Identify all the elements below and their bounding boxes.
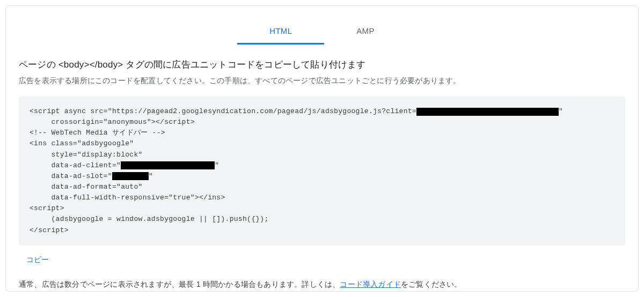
code-text: " [215, 160, 219, 171]
code-text: <!-- WebTech Media サイドバー --> [30, 128, 165, 138]
code-text: </script> [30, 225, 69, 236]
code-text: " [559, 106, 563, 117]
code-text: " [149, 171, 153, 182]
code-text: data-ad-client=" [30, 160, 121, 171]
redacted-ad-slot [112, 172, 149, 180]
footer-note: 通常、広告は数分でページに表示されますが、最長 1 時間かかる場合もあります。詳… [19, 280, 625, 289]
copy-button[interactable]: コピー [19, 255, 49, 265]
footer-suffix: をご覧ください。 [401, 280, 462, 288]
code-snippet[interactable]: <script async src="https://pagead2.googl… [19, 96, 625, 246]
code-guide-link[interactable]: コード導入ガイド [340, 280, 401, 288]
code-text: (adsbygoogle = window.adsbygoogle || [])… [30, 214, 269, 225]
footer-prefix: 通常、広告は数分でページに表示されますが、最長 1 時間かかる場合もあります。詳… [19, 280, 340, 288]
format-tabs: HTML AMP [19, 6, 625, 44]
ad-code-card: HTML AMP ページの <body></body> タグの間に広告ユニットコ… [5, 5, 639, 292]
code-text: data-ad-slot=" [30, 171, 112, 182]
section-subheading: 広告を表示する場所にこのコードを配置してください。この手順は、すべてのページで広… [19, 76, 625, 86]
tab-amp[interactable]: AMP [324, 21, 406, 44]
code-text: crossorigin="anonymous"></script> [30, 117, 195, 128]
code-text: <script async src="https://pagead2.googl… [30, 106, 416, 117]
code-text: <ins class="adsbygoogle" [30, 138, 134, 149]
redacted-client-id [416, 108, 559, 116]
code-text: <script> [30, 203, 64, 214]
code-text: data-ad-format="auto" [30, 182, 143, 192]
redacted-ad-client [121, 161, 215, 169]
tab-html[interactable]: HTML [237, 21, 324, 44]
code-text: data-full-width-responsive="true"></ins> [30, 192, 225, 203]
section-heading: ページの <body></body> タグの間に広告ユニットコードをコピーして貼… [19, 58, 625, 71]
code-text: style="display:block" [30, 150, 143, 160]
